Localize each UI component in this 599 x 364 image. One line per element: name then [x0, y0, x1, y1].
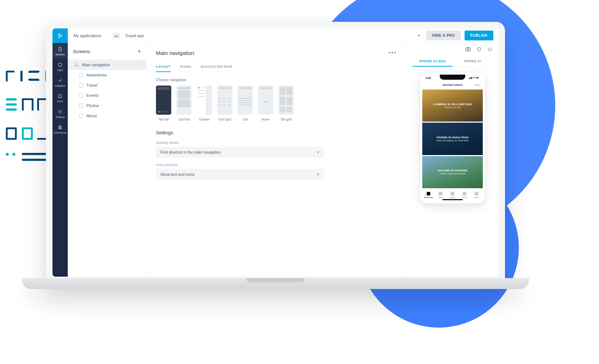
phone-card-list: CLIMBING IN YELLOWSTONEFrozen dirt, ID, …	[422, 88, 483, 188]
page-icon	[79, 73, 83, 77]
screen-item-travel[interactable]: Travel	[68, 80, 146, 90]
svg-point-0	[117, 34, 118, 35]
page-icon	[79, 83, 83, 87]
breadcrumb-app[interactable]: Travel app	[125, 33, 144, 38]
page-icon	[79, 93, 83, 98]
publish-button[interactable]: PUBLISH	[465, 31, 493, 40]
page-icon	[79, 103, 83, 108]
status-indicators	[469, 76, 479, 80]
svg-rect-1	[59, 47, 61, 51]
chevron-down-icon: ▾	[317, 173, 319, 176]
hire-a-pro-button[interactable]: HIRE A PRO	[426, 31, 461, 40]
screen-item-main-navigation[interactable]: Main navigation ⌃	[68, 60, 146, 70]
svg-point-5	[467, 48, 469, 50]
tab-layout[interactable]: LAYOUT	[156, 62, 171, 72]
screen-item-photos[interactable]: Photos	[68, 100, 146, 111]
device-tab-iphone-8-plus[interactable]: IPHONE 8+	[453, 56, 493, 66]
sidenav-settings[interactable]: Settings	[52, 106, 68, 121]
card-climbing[interactable]: CLIMBING IN YELLOWSTONEFrozen dirt, ID, …	[422, 90, 483, 122]
svg-rect-9	[472, 77, 473, 79]
device-tab-iphone-xs-max[interactable]: IPHONE XS MAX	[412, 56, 453, 67]
tab-icons[interactable]: ICONS	[180, 62, 192, 72]
travel-icon	[439, 192, 442, 195]
app-logo[interactable]	[52, 28, 68, 43]
phone-notch	[440, 75, 465, 80]
status-time: 6:02	[426, 77, 431, 79]
starting-screen-label: Starting screen	[156, 141, 397, 145]
more-menu-button[interactable]: •••	[388, 50, 397, 56]
starting-screen-select[interactable]: First shortcut in the main navigation ▾	[156, 147, 324, 158]
nav-option-tab-bar[interactable]: Tab bar	[156, 86, 171, 121]
svg-point-3	[59, 111, 61, 112]
svg-rect-6	[469, 78, 470, 79]
nav-option-drawer[interactable]: ≡ Drawer	[197, 86, 212, 121]
choose-navigation-label: Choose navigation	[156, 78, 397, 82]
chevron-up-icon: ⌃	[138, 63, 141, 67]
home-icon	[74, 63, 79, 67]
tabbar-adventures[interactable]: Adventures	[422, 189, 434, 201]
svg-rect-8	[471, 77, 471, 79]
svg-rect-7	[470, 78, 471, 79]
breadcrumb-root[interactable]: My applications	[74, 33, 101, 38]
phone-mockup: 6:02 ADVENTURES Map	[420, 72, 485, 203]
topbar: My applications › Travel app ▾ HIRE A PR…	[52, 28, 498, 43]
screens-panel-title: Screens	[73, 49, 90, 54]
breadcrumb: My applications › Travel app	[68, 33, 144, 39]
phone-header-title: ADVENTURES	[442, 83, 463, 87]
screens-panel: Screens + Main navigation ⌃ Adventures T…	[68, 43, 146, 277]
card-fishing[interactable]: FISHING IN HAKAI PASSHakai Loop, Megiatt…	[422, 123, 483, 155]
power-icon[interactable]	[488, 47, 493, 53]
chevron-down-icon: ▾	[317, 150, 319, 154]
sidenav-style[interactable]: Style	[52, 59, 68, 74]
refresh-icon[interactable]	[477, 47, 482, 53]
account-dropdown[interactable]: ▾	[415, 31, 423, 40]
info-icon	[475, 192, 478, 195]
icons-text-label: Icons and text	[156, 163, 397, 167]
pin-icon	[427, 192, 430, 195]
app-screen: My applications › Travel app ▾ HIRE A PR…	[52, 28, 498, 277]
phone-header: ADVENTURES Map	[422, 81, 483, 88]
tabbar-about[interactable]: About	[471, 189, 483, 201]
nav-option-list[interactable]: List	[238, 86, 253, 121]
laptop-frame: My applications › Travel app ▾ HIRE A PR…	[46, 22, 505, 284]
nav-options: Tab bar Card list ≡ Drawer Icon grid	[156, 86, 397, 121]
card-golfing[interactable]: GOLFING IN FONTANAFontana, Gulfport, Uni…	[422, 156, 483, 188]
nav-option-icon-grid[interactable]: Icon grid	[217, 86, 232, 121]
screen-item-about[interactable]: About	[68, 111, 146, 121]
editor: Main navigation ••• LAYOUT ICONS NAVIGAT…	[146, 43, 407, 277]
calendar-icon	[451, 192, 454, 195]
sidenav-extensions[interactable]: Extensions	[52, 121, 68, 137]
sidenav-screens[interactable]: Screens	[52, 43, 68, 59]
screen-item-events[interactable]: Events	[68, 90, 146, 100]
preview-panel: IPHONE XS MAX IPHONE 8+ 6:02	[407, 43, 498, 277]
icons-text-select[interactable]: Show text and icons ▾	[156, 169, 324, 180]
app-thumb-icon	[113, 33, 120, 39]
editor-title: Main navigation	[156, 50, 194, 56]
photo-icon	[463, 192, 466, 195]
body: Screens Style Analytics Push Settings	[52, 43, 498, 277]
editor-tabs: LAYOUT ICONS NAVIGATION BAR	[156, 62, 397, 72]
main: Main navigation ••• LAYOUT ICONS NAVIGAT…	[146, 43, 498, 277]
laptop-base	[22, 278, 529, 289]
device-tabs: IPHONE XS MAX IPHONE 8+	[412, 56, 493, 67]
chevron-right-icon: ›	[106, 33, 107, 37]
home-indicator	[442, 199, 463, 200]
page-icon	[79, 114, 83, 118]
settings-heading: Settings	[156, 130, 397, 135]
sidenav-analytics[interactable]: Analytics	[52, 74, 68, 90]
sidenav: Screens Style Analytics Push Settings	[52, 43, 68, 277]
svg-rect-11	[477, 77, 478, 78]
nav-option-card-list[interactable]: Card list	[176, 86, 192, 121]
phone-header-map-link[interactable]: Map	[475, 84, 480, 86]
screenshot-icon[interactable]	[465, 47, 471, 53]
sidenav-push[interactable]: Push	[52, 90, 68, 106]
screen-item-adventures[interactable]: Adventures	[68, 70, 146, 80]
nav-option-none[interactable]: ••• None	[258, 86, 273, 121]
nav-option-tile-grid[interactable]: Tile grid	[278, 86, 294, 121]
tab-navigation-bar[interactable]: NAVIGATION BAR	[201, 62, 232, 72]
add-screen-button[interactable]: +	[138, 48, 141, 55]
